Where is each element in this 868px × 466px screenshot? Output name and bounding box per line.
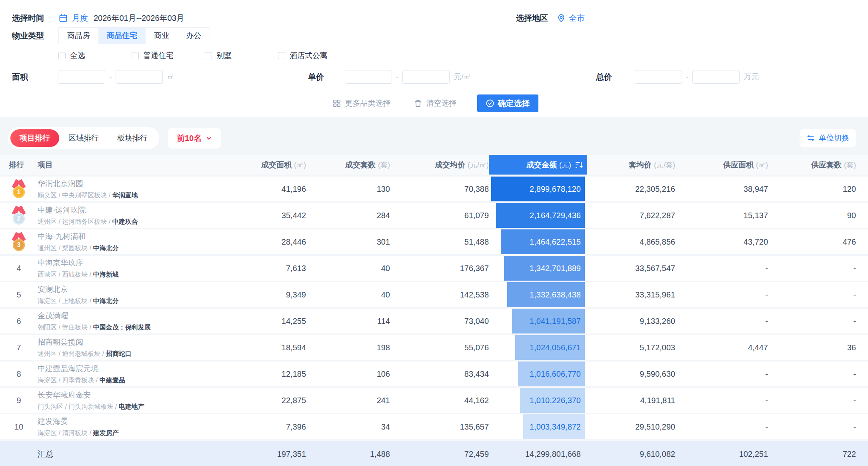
unit-price-min-input[interactable] [345, 70, 392, 84]
checkbox-label: 全选 [70, 50, 85, 61]
column-unit: (㎡) [756, 160, 768, 170]
deal-amount-cell: 1,041,191,587 [489, 309, 587, 333]
project-subline: 海淀区 / 清河板块 / 建发房产 [38, 429, 238, 438]
property-type-tab-1[interactable]: 商品房 [59, 28, 98, 44]
checkbox-box[interactable] [58, 52, 66, 59]
region-filter: 选择地区 全市 [516, 11, 585, 25]
supply-units-cell: - [768, 317, 856, 326]
supply-area-cell: - [675, 422, 768, 432]
project-subline: 海淀区 / 上地板块 / 中海北分 [38, 297, 238, 305]
table-row[interactable]: 5安澜北京海淀区 / 上地板块 / 中海北分9,34940142,5381,33… [0, 282, 868, 307]
avg-price-cell: 142,538 [390, 290, 489, 299]
time-granularity-selector[interactable]: 月度 [72, 13, 88, 24]
region-value[interactable]: 全市 [569, 13, 585, 24]
project-cell: 华润北京润园顺义区 / 中央别墅区板块 / 华润置地 [38, 179, 238, 200]
total-price-min-input[interactable] [635, 70, 682, 84]
checkbox-box[interactable] [205, 52, 212, 59]
range-filters-row: 面积 - ㎡ 单价 - 元/㎡ 总价 - 万元 [0, 70, 868, 84]
deal-area-cell: 28,446 [238, 237, 306, 247]
rank-cell: 1 [0, 180, 38, 199]
total-price-max-input[interactable] [692, 70, 740, 84]
checkbox-label: 别墅 [216, 50, 232, 61]
column-header-rank: 排行 [0, 155, 38, 175]
time-range-value[interactable]: 2026年01月--2026年03月 [94, 13, 184, 24]
ranking-tab-2[interactable]: 区域排行 [59, 129, 108, 147]
subtype-checkbox-item-2[interactable]: 普通住宅 [132, 50, 205, 61]
property-type-tab-4[interactable]: 办公 [178, 28, 210, 44]
column-label: 项目 [38, 160, 53, 170]
project-name: 建发海晏 [38, 416, 238, 427]
area-max-input[interactable] [116, 70, 163, 84]
top-n-filter[interactable]: 前10名 [168, 128, 221, 149]
table-row[interactable]: 1华润北京润园顺义区 / 中央别墅区板块 / 华润置地41,19613070,3… [0, 177, 868, 201]
rank-number: 8 [16, 370, 21, 379]
subtype-checkbox-item-1[interactable]: 全选 [58, 50, 132, 61]
column-header-deal-amount[interactable]: 成交金额(元) [489, 155, 587, 175]
property-type-tab-2[interactable]: 商品住宅 [98, 28, 146, 44]
column-label: 供应面积 [723, 160, 754, 170]
deal-amount-value: 1,003,349,872 [530, 422, 587, 432]
checkbox-box[interactable] [278, 52, 285, 59]
avg-per-unit-cell: 9,590,630 [587, 370, 675, 379]
calendar-icon[interactable] [58, 13, 68, 23]
real-estate-ranking-page: 选择时间 月度 2026年01月--2026年03月 选择地区 全市 [0, 0, 868, 466]
column-label: 供应套数 [811, 160, 842, 170]
avg-price-cell: 83,434 [390, 370, 489, 379]
filter-panel: 选择时间 月度 2026年01月--2026年03月 选择地区 全市 [0, 0, 868, 117]
deal-amount-value: 1,041,191,587 [530, 317, 587, 326]
column-header-deal-units: 成交套数(套) [306, 155, 390, 175]
rank-number: 9 [16, 396, 21, 405]
medal-rank-number: 1 [13, 186, 25, 198]
property-type-tab-3[interactable]: 商业 [146, 28, 178, 44]
project-location: 海淀区 / 清河板块 / [38, 430, 93, 436]
rank-cell: 2 [0, 206, 38, 225]
unit-switch-button[interactable]: 单位切换 [800, 129, 856, 147]
clear-selection-label: 清空选择 [426, 98, 457, 108]
deal-amount-cell: 1,464,622,515 [489, 229, 587, 254]
deal-amount-value: 1,464,622,515 [530, 237, 587, 247]
area-min-input[interactable] [58, 70, 105, 84]
table-row[interactable]: 9长安华曦府金安门头沟区 / 门头沟新城板块 / 电建地产22,87524144… [0, 388, 868, 413]
supply-area-cell: 15,137 [675, 211, 768, 220]
unit-price-max-input[interactable] [402, 70, 450, 84]
table-row[interactable]: 3中海·九树满和通州区 / 梨园板块 / 中海北分28,44630151,488… [0, 229, 868, 254]
column-unit: (㎡) [294, 160, 306, 170]
supply-area-cell: - [675, 396, 768, 405]
project-name: 长安华曦府金安 [38, 390, 238, 400]
summary-deal-units: 1,488 [306, 450, 390, 459]
table-row[interactable]: 7招商朝棠揽阅通州区 / 通州老城板块 / 招商蛇口18,59419855,07… [0, 335, 868, 360]
summary-deal-area: 197,351 [238, 450, 306, 459]
subtype-checkbox-item-4[interactable]: 酒店式公寓 [278, 50, 351, 61]
silver-medal-icon: 2 [12, 206, 26, 225]
checkbox-box[interactable] [132, 52, 139, 59]
medal-rank-number: 3 [13, 239, 25, 251]
column-label: 套均价 [629, 160, 652, 170]
subtype-checkbox-row: 全选普通住宅别墅酒店式公寓 [58, 50, 868, 61]
deal-area-cell: 18,594 [238, 343, 306, 352]
ranking-tab-1[interactable]: 项目排行 [10, 129, 59, 147]
avg-per-unit-cell: 22,305,216 [587, 185, 675, 194]
range-separator: - [686, 72, 688, 81]
summary-deal-amount: 14,299,801,668 [489, 441, 587, 466]
subtype-checkbox-item-3[interactable]: 别墅 [205, 50, 278, 61]
table-row[interactable]: 8中建壹品海宸元境海淀区 / 四季青板块 / 中建壹品12,18510683,4… [0, 362, 868, 386]
range-separator: - [109, 72, 112, 81]
project-name: 中海京华玖序 [38, 258, 238, 268]
project-name: 招商朝棠揽阅 [38, 337, 238, 347]
project-cell: 中建·运河玖院通州区 / 运河商务区板块 / 中建玖合 [38, 205, 238, 226]
table-row[interactable]: 6金茂满曜朝阳区 / 管庄板块 / 中国金茂；保利发展14,25511473,0… [0, 309, 868, 333]
deal-units-cell: 301 [306, 237, 390, 247]
table-row[interactable]: 10建发海晏海淀区 / 清河板块 / 建发房产7,39634135,6571,0… [0, 414, 868, 439]
clear-selection-button[interactable]: 清空选择 [411, 98, 459, 109]
project-cell: 建发海晏海淀区 / 清河板块 / 建发房产 [38, 416, 238, 438]
table-row[interactable]: 2中建·运河玖院通州区 / 运河商务区板块 / 中建玖合35,44228461,… [0, 203, 868, 228]
confirm-selection-button[interactable]: 确定选择 [477, 94, 538, 112]
property-type-tabs: 商品房商品住宅商业办公 [58, 27, 210, 44]
ranking-tab-3[interactable]: 板块排行 [108, 129, 157, 147]
table-row[interactable]: 4中海京华玖序西城区 / 西城板块 / 中海新城7,61340176,3671,… [0, 256, 868, 281]
location-pin-icon[interactable] [557, 14, 566, 22]
project-developer: 中建壹品 [100, 377, 125, 384]
column-label: 成交均价 [435, 160, 465, 170]
deal-amount-cell: 2,899,678,120 [489, 177, 587, 201]
more-categories-button[interactable]: 更多品类选择 [330, 98, 393, 109]
